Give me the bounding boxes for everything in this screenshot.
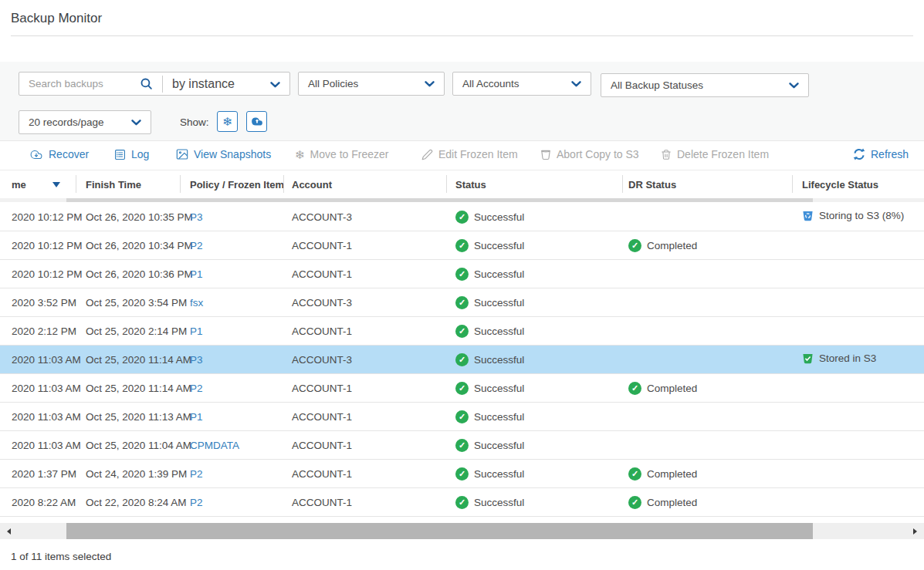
policy-link[interactable]: P1 [190, 268, 203, 280]
table-row[interactable]: 2020 11:03 AM Oct 25, 2020 11:13 AM P1 A… [0, 403, 924, 431]
search-by-value: by instance [172, 77, 235, 91]
column-header-label: me [12, 179, 26, 191]
cell-start-time: 2020 1:37 PM [0, 468, 76, 480]
lifecycle-badge: Stored in S3 [802, 352, 876, 365]
show-frozen-toggle[interactable]: ❄ [217, 111, 238, 132]
cell-account: ACCOUNT-3 [283, 297, 446, 309]
account-filter-select[interactable]: All Accounts [452, 72, 591, 96]
bucket-icon [540, 149, 551, 160]
policy-link[interactable]: P2 [190, 497, 203, 508]
filters-panel: by instance All Policies All Accounts Al… [0, 62, 924, 140]
policy-link[interactable]: CPMDATA [190, 440, 239, 451]
table-row[interactable]: 2020 10:12 PM Oct 26, 2020 10:35 PM P3 A… [0, 203, 924, 231]
search-input[interactable] [27, 77, 137, 90]
table-row[interactable]: 2020 1:37 PM Oct 24, 2020 1:39 PM P2 ACC… [0, 460, 924, 488]
table-row[interactable]: 2020 11:03 AM Oct 25, 2020 11:14 AM P3 A… [0, 346, 924, 374]
success-check-icon [455, 439, 469, 452]
status-badge: Successful [455, 439, 524, 452]
success-check-icon [455, 296, 469, 309]
cell-account: ACCOUNT-1 [283, 440, 446, 451]
policy-link[interactable]: P1 [190, 411, 203, 423]
table-row[interactable]: 2020 11:03 AM Oct 25, 2020 11:04 AM CPMD… [0, 431, 924, 460]
top-horizontal-scrollbar[interactable] [0, 198, 924, 202]
table-row[interactable]: 2020 10:12 PM Oct 26, 2020 10:36 PM P1 A… [0, 260, 924, 288]
table-row[interactable]: 2020 10:12 PM Oct 26, 2020 10:34 PM P2 A… [0, 231, 924, 260]
trash-icon [661, 149, 672, 160]
cell-finish-time: Oct 26, 2020 10:36 PM [76, 268, 180, 280]
cell-start-time: 2020 10:12 PM [0, 240, 76, 251]
status-label: Successful [474, 354, 524, 366]
show-label: Show: [180, 110, 209, 134]
title-divider [11, 35, 913, 36]
success-check-icon [628, 496, 641, 509]
horizontal-scrollbar[interactable] [0, 523, 924, 539]
abort-copy-to-s3-button[interactable]: Abort Copy to S3 [540, 148, 639, 160]
show-s3-copies-toggle[interactable] [246, 111, 267, 132]
page-title: Backup Monitor [11, 11, 102, 26]
chevron-down-icon [789, 79, 799, 91]
search-by-select[interactable]: by instance [163, 77, 289, 91]
search-combo: by instance [19, 72, 290, 96]
backup-monitor-page: Backup Monitor by instance All Policies [0, 0, 924, 570]
table-row[interactable]: 2020 8:22 AM Oct 22, 2020 8:24 AM P2 ACC… [0, 488, 924, 517]
cell-finish-time: Oct 25, 2020 11:14 AM [76, 354, 180, 366]
search-icon[interactable] [140, 77, 153, 90]
column-header-label: Policy / Frozen Item [190, 179, 284, 191]
view-snapshots-button[interactable]: View Snapshots [176, 148, 271, 160]
policy-link[interactable]: P2 [190, 468, 203, 480]
cloud-download-icon [29, 149, 43, 160]
backup-status-filter-select[interactable]: All Backup Statuses [601, 73, 809, 97]
column-header-status[interactable]: Status [446, 170, 622, 199]
policy-link[interactable]: P3 [190, 354, 203, 366]
success-check-icon [455, 268, 469, 281]
snowflake-icon: ❄ [295, 149, 305, 160]
edit-frozen-item-button[interactable]: Edit Frozen Item [421, 148, 518, 160]
cell-finish-time: Oct 26, 2020 10:35 PM [76, 211, 180, 223]
table-row[interactable]: 2020 2:12 PM Oct 25, 2020 2:14 PM P1 ACC… [0, 317, 924, 346]
column-header-account[interactable]: Account [283, 170, 446, 199]
status-label: Successful [474, 268, 524, 280]
cell-account: ACCOUNT-1 [283, 383, 446, 394]
cell-start-time: 2020 10:12 PM [0, 211, 76, 223]
policy-link[interactable]: fsx [190, 297, 203, 309]
abort-copy-to-s3-label: Abort Copy to S3 [557, 148, 639, 160]
column-header-start-time[interactable]: me [0, 170, 76, 199]
cell-account: ACCOUNT-3 [283, 211, 446, 223]
cell-finish-time: Oct 25, 2020 11:14 AM [76, 383, 180, 394]
policy-link[interactable]: P3 [190, 211, 203, 223]
log-button[interactable]: Log [114, 148, 149, 160]
policy-link[interactable]: P2 [190, 383, 203, 394]
status-badge: Successful [455, 325, 524, 338]
column-header-lifecycle-status[interactable]: Lifecycle Status [792, 170, 924, 199]
table-header-row: me Finish Time Policy / Frozen Item Acco… [0, 170, 924, 199]
column-header-policy[interactable]: Policy / Frozen Item [180, 170, 283, 199]
policy-link[interactable]: P2 [190, 240, 203, 251]
recover-button[interactable]: Recover [29, 148, 89, 160]
image-icon [176, 149, 188, 160]
top-scrollbar-thumb[interactable] [66, 198, 813, 202]
column-header-dr-status[interactable]: DR Status [622, 170, 792, 199]
records-per-page-select[interactable]: 20 records/page [19, 110, 151, 134]
table-row[interactable]: 2020 11:03 AM Oct 25, 2020 11:14 AM P2 A… [0, 374, 924, 403]
refresh-button[interactable]: Refresh [853, 148, 909, 160]
move-to-freezer-button[interactable]: ❄ Move to Freezer [295, 148, 389, 160]
status-badge: Successful [455, 382, 524, 395]
scroll-right-arrow-icon[interactable] [913, 528, 917, 535]
table-body: 2020 10:12 PM Oct 26, 2020 10:35 PM P3 A… [0, 203, 924, 517]
scrollbar-thumb[interactable] [66, 523, 813, 539]
cell-finish-time: Oct 24, 2020 1:39 PM [76, 468, 180, 480]
cell-account: ACCOUNT-1 [283, 497, 446, 508]
status-label: Successful [474, 383, 524, 394]
table-row[interactable]: 2020 3:52 PM Oct 25, 2020 3:54 PM fsx AC… [0, 288, 924, 317]
cell-start-time: 2020 11:03 AM [0, 411, 76, 423]
dr-status-badge: Completed [628, 239, 697, 252]
column-header-finish-time[interactable]: Finish Time [76, 170, 180, 199]
delete-frozen-item-button[interactable]: Delete Frozen Item [661, 148, 769, 160]
policy-link[interactable]: P1 [190, 325, 203, 337]
policy-filter-select[interactable]: All Policies [298, 72, 445, 96]
status-label: Successful [474, 440, 524, 451]
column-header-label: Lifecycle Status [802, 179, 878, 191]
scroll-left-arrow-icon[interactable] [7, 528, 11, 535]
policy-filter-value: All Policies [308, 78, 358, 89]
refresh-label: Refresh [871, 148, 909, 160]
